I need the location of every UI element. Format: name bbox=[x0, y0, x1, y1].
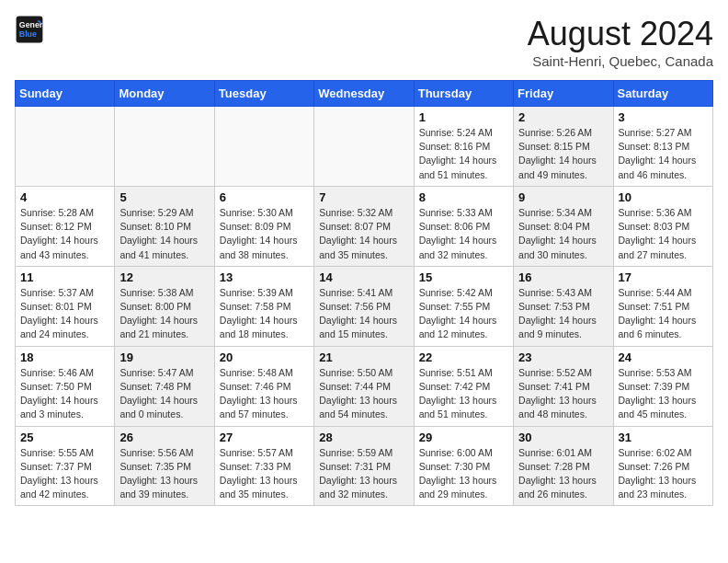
day-info: Sunrise: 5:34 AM Sunset: 8:04 PM Dayligh… bbox=[518, 206, 608, 262]
day-info: Sunrise: 5:41 AM Sunset: 7:56 PM Dayligh… bbox=[319, 286, 408, 342]
month-title: August 2024 bbox=[528, 15, 713, 53]
day-number: 14 bbox=[319, 270, 408, 284]
calendar-cell: 25Sunrise: 5:55 AM Sunset: 7:37 PM Dayli… bbox=[16, 426, 115, 506]
day-info: Sunrise: 6:02 AM Sunset: 7:26 PM Dayligh… bbox=[619, 446, 708, 502]
day-info: Sunrise: 5:43 AM Sunset: 7:53 PM Dayligh… bbox=[518, 286, 608, 342]
day-number: 7 bbox=[319, 190, 408, 204]
day-info: Sunrise: 5:51 AM Sunset: 7:42 PM Dayligh… bbox=[419, 366, 508, 422]
day-number: 6 bbox=[220, 190, 309, 204]
day-info: Sunrise: 6:00 AM Sunset: 7:30 PM Dayligh… bbox=[419, 446, 508, 502]
day-info: Sunrise: 5:29 AM Sunset: 8:10 PM Dayligh… bbox=[119, 206, 209, 262]
weekday-header-row: SundayMondayTuesdayWednesdayThursdayFrid… bbox=[16, 81, 713, 107]
weekday-header-saturday: Saturday bbox=[613, 81, 712, 107]
calendar-cell: 28Sunrise: 5:59 AM Sunset: 7:31 PM Dayli… bbox=[314, 426, 414, 506]
day-number: 20 bbox=[220, 350, 309, 364]
calendar-cell: 31Sunrise: 6:02 AM Sunset: 7:26 PM Dayli… bbox=[613, 426, 712, 506]
day-number: 31 bbox=[619, 431, 708, 444]
day-info: Sunrise: 5:39 AM Sunset: 7:58 PM Dayligh… bbox=[220, 286, 309, 342]
day-info: Sunrise: 5:26 AM Sunset: 8:15 PM Dayligh… bbox=[518, 126, 608, 182]
day-number: 5 bbox=[119, 190, 209, 204]
day-info: Sunrise: 5:28 AM Sunset: 8:12 PM Dayligh… bbox=[20, 206, 109, 262]
day-number: 18 bbox=[20, 350, 109, 364]
day-number: 11 bbox=[20, 270, 109, 284]
day-number: 3 bbox=[619, 110, 708, 124]
calendar-cell: 9Sunrise: 5:34 AM Sunset: 8:04 PM Daylig… bbox=[514, 186, 613, 266]
calendar-cell: 14Sunrise: 5:41 AM Sunset: 7:56 PM Dayli… bbox=[314, 266, 414, 346]
logo-icon: General Blue bbox=[15, 15, 44, 44]
day-number: 15 bbox=[419, 270, 508, 284]
calendar-cell: 24Sunrise: 5:53 AM Sunset: 7:39 PM Dayli… bbox=[613, 346, 712, 426]
weekday-header-wednesday: Wednesday bbox=[314, 81, 414, 107]
calendar-cell: 23Sunrise: 5:52 AM Sunset: 7:41 PM Dayli… bbox=[514, 346, 613, 426]
day-info: Sunrise: 5:56 AM Sunset: 7:35 PM Dayligh… bbox=[119, 446, 209, 502]
svg-text:Blue: Blue bbox=[19, 29, 37, 39]
day-number: 28 bbox=[319, 431, 408, 444]
day-number: 4 bbox=[20, 190, 109, 204]
day-info: Sunrise: 5:32 AM Sunset: 8:07 PM Dayligh… bbox=[319, 206, 408, 262]
calendar-cell: 15Sunrise: 5:42 AM Sunset: 7:55 PM Dayli… bbox=[414, 266, 513, 346]
day-info: Sunrise: 5:57 AM Sunset: 7:33 PM Dayligh… bbox=[220, 446, 309, 502]
calendar-cell: 4Sunrise: 5:28 AM Sunset: 8:12 PM Daylig… bbox=[16, 186, 115, 266]
page-header: General Blue General Blue August 2024 Sa… bbox=[15, 15, 713, 69]
day-number: 23 bbox=[518, 350, 608, 364]
day-number: 10 bbox=[619, 190, 708, 204]
day-info: Sunrise: 5:42 AM Sunset: 7:55 PM Dayligh… bbox=[419, 286, 508, 342]
calendar-cell: 13Sunrise: 5:39 AM Sunset: 7:58 PM Dayli… bbox=[214, 266, 313, 346]
location: Saint-Henri, Quebec, Canada bbox=[528, 53, 713, 69]
weekday-header-thursday: Thursday bbox=[414, 81, 513, 107]
day-info: Sunrise: 5:50 AM Sunset: 7:44 PM Dayligh… bbox=[319, 366, 408, 422]
day-number: 9 bbox=[518, 190, 608, 204]
calendar-table: SundayMondayTuesdayWednesdayThursdayFrid… bbox=[15, 80, 713, 506]
day-number: 22 bbox=[419, 350, 508, 364]
weekday-header-tuesday: Tuesday bbox=[214, 81, 313, 107]
calendar-cell: 2Sunrise: 5:26 AM Sunset: 8:15 PM Daylig… bbox=[514, 107, 613, 187]
day-number: 26 bbox=[119, 431, 209, 444]
day-info: Sunrise: 5:44 AM Sunset: 7:51 PM Dayligh… bbox=[619, 286, 708, 342]
calendar-week-4: 18Sunrise: 5:46 AM Sunset: 7:50 PM Dayli… bbox=[16, 346, 713, 426]
calendar-cell: 16Sunrise: 5:43 AM Sunset: 7:53 PM Dayli… bbox=[514, 266, 613, 346]
calendar-cell: 20Sunrise: 5:48 AM Sunset: 7:46 PM Dayli… bbox=[214, 346, 313, 426]
day-info: Sunrise: 5:59 AM Sunset: 7:31 PM Dayligh… bbox=[319, 446, 408, 502]
calendar-cell: 19Sunrise: 5:47 AM Sunset: 7:48 PM Dayli… bbox=[115, 346, 214, 426]
calendar-week-2: 4Sunrise: 5:28 AM Sunset: 8:12 PM Daylig… bbox=[16, 186, 713, 266]
day-number: 21 bbox=[319, 350, 408, 364]
calendar-cell: 17Sunrise: 5:44 AM Sunset: 7:51 PM Dayli… bbox=[613, 266, 712, 346]
calendar-cell: 18Sunrise: 5:46 AM Sunset: 7:50 PM Dayli… bbox=[16, 346, 115, 426]
calendar-cell: 6Sunrise: 5:30 AM Sunset: 8:09 PM Daylig… bbox=[214, 186, 313, 266]
day-info: Sunrise: 5:27 AM Sunset: 8:13 PM Dayligh… bbox=[619, 126, 708, 182]
calendar-cell: 29Sunrise: 6:00 AM Sunset: 7:30 PM Dayli… bbox=[414, 426, 513, 506]
weekday-header-friday: Friday bbox=[514, 81, 613, 107]
day-info: Sunrise: 5:30 AM Sunset: 8:09 PM Dayligh… bbox=[220, 206, 309, 262]
day-info: Sunrise: 5:37 AM Sunset: 8:01 PM Dayligh… bbox=[20, 286, 109, 342]
calendar-cell: 30Sunrise: 6:01 AM Sunset: 7:28 PM Dayli… bbox=[514, 426, 613, 506]
weekday-header-sunday: Sunday bbox=[16, 81, 115, 107]
calendar-cell: 8Sunrise: 5:33 AM Sunset: 8:06 PM Daylig… bbox=[414, 186, 513, 266]
calendar-cell: 11Sunrise: 5:37 AM Sunset: 8:01 PM Dayli… bbox=[16, 266, 115, 346]
day-number: 27 bbox=[220, 431, 309, 444]
day-info: Sunrise: 5:55 AM Sunset: 7:37 PM Dayligh… bbox=[20, 446, 109, 502]
calendar-cell: 26Sunrise: 5:56 AM Sunset: 7:35 PM Dayli… bbox=[115, 426, 214, 506]
day-info: Sunrise: 5:38 AM Sunset: 8:00 PM Dayligh… bbox=[119, 286, 209, 342]
day-info: Sunrise: 5:47 AM Sunset: 7:48 PM Dayligh… bbox=[119, 366, 209, 422]
calendar-week-3: 11Sunrise: 5:37 AM Sunset: 8:01 PM Dayli… bbox=[16, 266, 713, 346]
day-number: 16 bbox=[518, 270, 608, 284]
calendar-cell: 22Sunrise: 5:51 AM Sunset: 7:42 PM Dayli… bbox=[414, 346, 513, 426]
day-info: Sunrise: 5:36 AM Sunset: 8:03 PM Dayligh… bbox=[619, 206, 708, 262]
day-info: Sunrise: 5:24 AM Sunset: 8:16 PM Dayligh… bbox=[419, 126, 508, 182]
calendar-cell bbox=[214, 107, 313, 187]
day-number: 12 bbox=[119, 270, 209, 284]
calendar-week-1: 1Sunrise: 5:24 AM Sunset: 8:16 PM Daylig… bbox=[16, 107, 713, 187]
day-info: Sunrise: 5:33 AM Sunset: 8:06 PM Dayligh… bbox=[419, 206, 508, 262]
day-number: 13 bbox=[220, 270, 309, 284]
day-number: 25 bbox=[20, 431, 109, 444]
weekday-header-monday: Monday bbox=[115, 81, 214, 107]
day-info: Sunrise: 5:53 AM Sunset: 7:39 PM Dayligh… bbox=[619, 366, 708, 422]
day-info: Sunrise: 5:46 AM Sunset: 7:50 PM Dayligh… bbox=[20, 366, 109, 422]
day-number: 24 bbox=[619, 350, 708, 364]
calendar-cell: 5Sunrise: 5:29 AM Sunset: 8:10 PM Daylig… bbox=[115, 186, 214, 266]
day-number: 19 bbox=[119, 350, 209, 364]
calendar-cell: 3Sunrise: 5:27 AM Sunset: 8:13 PM Daylig… bbox=[613, 107, 712, 187]
day-number: 2 bbox=[518, 110, 608, 124]
day-number: 17 bbox=[619, 270, 708, 284]
calendar-cell: 7Sunrise: 5:32 AM Sunset: 8:07 PM Daylig… bbox=[314, 186, 414, 266]
